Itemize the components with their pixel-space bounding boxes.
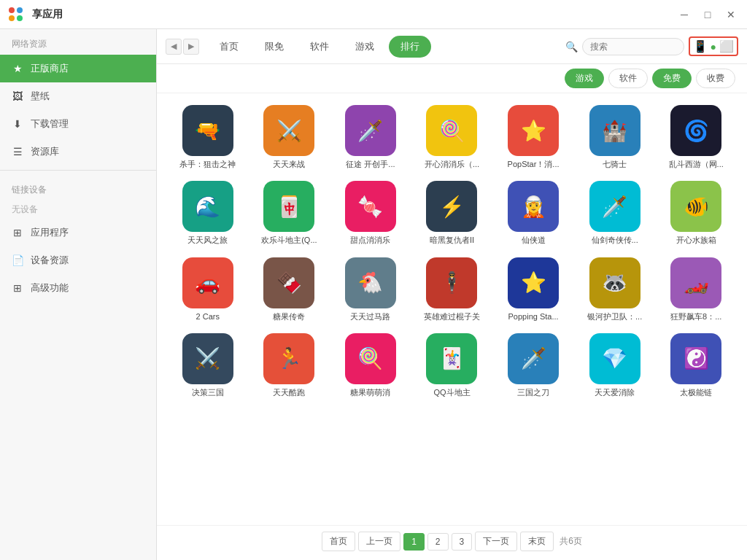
game-grid: 🔫杀手：狙击之神⚔️天天来战🗡️征途 开创手...🍭开心消消乐（...⭐PopS… — [169, 102, 735, 400]
game-label-g10: 甜点消消乐 — [350, 235, 390, 245]
game-label-g11: 暗黑复仇者II — [430, 235, 474, 245]
game-icon-g13: 🗡️ — [589, 181, 640, 232]
sidebar-item-advanced[interactable]: ⊞ 高级功能 — [0, 274, 156, 302]
game-item-g5[interactable]: ⭐PopStar！消... — [494, 102, 573, 172]
game-label-g4: 开心消消乐（... — [425, 159, 479, 169]
toggle-icon[interactable]: ● — [711, 41, 716, 52]
page-prev-btn[interactable]: 上一页 — [358, 532, 400, 551]
sidebar-item-resources[interactable]: ☰ 资源库 — [0, 138, 156, 166]
sidebar-item-store[interactable]: ★ 正版商店 — [0, 55, 156, 82]
tab-ranking[interactable]: 排行 — [389, 36, 431, 58]
game-label-g8: 天天风之旅 — [187, 235, 228, 245]
sidebar-label-device-res: 设备资源 — [31, 254, 69, 267]
game-icon-g22: ⚔️ — [182, 333, 233, 384]
game-icon-g10: 🍬 — [345, 181, 396, 232]
filter-free-btn[interactable]: 免费 — [652, 69, 692, 88]
game-item-g13[interactable]: 🗡️仙剑奇侠传... — [576, 178, 654, 248]
game-item-g14[interactable]: 🐠开心水族箱 — [657, 178, 735, 248]
game-icon-g26: 🗡️ — [508, 333, 559, 384]
sidebar-item-apps[interactable]: ⊞ 应用程序 — [0, 219, 156, 246]
content-area: ◀ ▶ 首页 限免 软件 游戏 排行 🔍 📱 ● ⬜ 游戏 软件 免费 — [157, 29, 747, 560]
game-label-g1: 杀手：狙击之神 — [179, 159, 236, 169]
sidebar-item-wallpaper[interactable]: 🖼 壁纸 — [0, 82, 156, 110]
game-item-g16[interactable]: 🍫糖果传奇 — [250, 254, 329, 324]
tab-games[interactable]: 游戏 — [344, 36, 386, 58]
game-item-g23[interactable]: 🏃天天酷跑 — [250, 330, 329, 400]
game-item-g21[interactable]: 🏎️狂野飙车8：... — [657, 254, 735, 324]
game-label-g25: QQ斗地主 — [433, 387, 470, 397]
filter-bar: 游戏 软件 免费 收费 — [157, 64, 747, 93]
game-item-g18[interactable]: 🕴️英雄难过棍子关 — [413, 254, 492, 324]
game-label-g18: 英雄难过棍子关 — [424, 311, 480, 322]
game-item-g26[interactable]: 🗡️三国之刀 — [494, 330, 573, 400]
logo-dot — [9, 15, 15, 21]
search-input[interactable] — [582, 38, 684, 55]
game-label-g3: 征途 开创手... — [346, 159, 395, 169]
sidebar-item-downloads[interactable]: ⬇ 下载管理 — [0, 110, 156, 138]
search-area: 🔍 📱 ● ⬜ — [565, 36, 738, 56]
game-item-g7[interactable]: 🌀乱斗西游（网... — [657, 102, 735, 172]
game-label-g7: 乱斗西游（网... — [669, 159, 724, 169]
page-1-btn[interactable]: 1 — [403, 533, 425, 551]
page-2-btn[interactable]: 2 — [427, 533, 449, 551]
page-last-btn[interactable]: 末页 — [520, 532, 554, 551]
game-item-g12[interactable]: 🧝仙侠道 — [494, 178, 573, 248]
game-item-g4[interactable]: 🍭开心消消乐（... — [413, 102, 492, 172]
game-item-g28[interactable]: ☯️太极能链 — [657, 330, 735, 400]
game-item-g15[interactable]: 🚗2 Cars — [169, 254, 247, 324]
game-item-g17[interactable]: 🐔天天过马路 — [331, 254, 410, 324]
game-item-g1[interactable]: 🔫杀手：狙击之神 — [169, 102, 247, 172]
game-label-g26: 三国之刀 — [517, 387, 549, 397]
minimize-button[interactable]: ─ — [674, 6, 694, 23]
game-item-g8[interactable]: 🌊天天风之旅 — [169, 178, 247, 248]
page-first-btn[interactable]: 首页 — [322, 532, 355, 551]
game-grid-area: 🔫杀手：狙击之神⚔️天天来战🗡️征途 开创手...🍭开心消消乐（...⭐PopS… — [157, 93, 747, 525]
sidebar-no-device: 无设备 — [0, 201, 156, 219]
filter-software-btn[interactable]: 软件 — [608, 69, 648, 88]
tab-free[interactable]: 限免 — [253, 36, 295, 58]
game-icon-g23: 🏃 — [263, 333, 314, 384]
game-item-g22[interactable]: ⚔️决策三国 — [169, 330, 247, 400]
close-button[interactable]: ✕ — [721, 6, 741, 23]
game-item-g24[interactable]: 🍭糖果萌萌消 — [331, 330, 410, 400]
game-item-g25[interactable]: 🃏QQ斗地主 — [413, 330, 492, 400]
device-icons-group: 📱 ● ⬜ — [689, 36, 738, 56]
app-logo — [6, 4, 26, 25]
resources-icon: ☰ — [12, 146, 23, 158]
game-item-g20[interactable]: 🦝银河护卫队：... — [576, 254, 654, 324]
game-label-g21: 狂野飙车8：... — [670, 311, 721, 322]
sidebar-item-device-res[interactable]: 📄 设备资源 — [0, 246, 156, 274]
game-item-g11[interactable]: ⚡暗黑复仇者II — [413, 178, 492, 248]
game-item-g9[interactable]: 🀄欢乐斗地主(Q... — [250, 178, 329, 248]
filter-games-btn[interactable]: 游戏 — [565, 69, 604, 88]
game-icon-g6: 🏰 — [589, 105, 640, 156]
game-item-g19[interactable]: ⭐Popping Sta... — [494, 254, 573, 324]
page-3-btn[interactable]: 3 — [452, 533, 473, 551]
maximize-button[interactable]: □ — [697, 6, 718, 23]
back-button[interactable]: ◀ — [166, 39, 182, 55]
game-label-g14: 开心水族箱 — [676, 235, 716, 245]
tab-software[interactable]: 软件 — [298, 36, 341, 58]
game-icon-g15: 🚗 — [182, 257, 233, 308]
game-item-g10[interactable]: 🍬甜点消消乐 — [331, 178, 410, 248]
game-item-g6[interactable]: 🏰七骑士 — [576, 102, 654, 172]
wallpaper-icon: 🖼 — [12, 90, 23, 102]
game-label-g12: 仙侠道 — [522, 235, 546, 245]
forward-button[interactable]: ▶ — [183, 39, 199, 55]
search-icon[interactable]: 🔍 — [565, 41, 578, 52]
phone-icon[interactable]: 📱 — [693, 39, 708, 53]
app-title: 享应用 — [32, 8, 63, 21]
game-item-g27[interactable]: 💎天天爱消除 — [576, 330, 654, 400]
page-next-btn[interactable]: 下一页 — [475, 532, 517, 551]
game-icon-g1: 🔫 — [182, 105, 233, 156]
game-icon-g3: 🗡️ — [345, 105, 396, 156]
game-label-g13: 仙剑奇侠传... — [592, 235, 638, 245]
game-item-g3[interactable]: 🗡️征途 开创手... — [331, 102, 410, 172]
tablet-icon[interactable]: ⬜ — [719, 39, 734, 53]
tab-home[interactable]: 首页 — [208, 36, 250, 58]
game-icon-g20: 🦝 — [589, 257, 640, 308]
filter-paid-btn[interactable]: 收费 — [696, 69, 735, 88]
game-item-g2[interactable]: ⚔️天天来战 — [250, 102, 329, 172]
game-label-g20: 银河护卫队：... — [587, 311, 642, 322]
sidebar-label-advanced: 高级功能 — [31, 281, 69, 295]
